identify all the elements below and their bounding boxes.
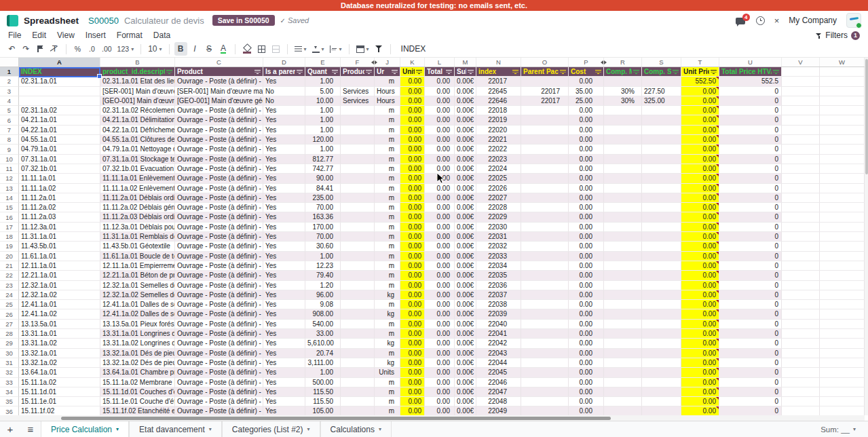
cell-M24[interactable]: 0.00€ (455, 290, 476, 300)
cell-V35[interactable] (782, 397, 820, 406)
cell-T11[interactable]: 0.00 (681, 164, 719, 174)
cell-P30[interactable]: 0.00 (569, 349, 604, 358)
cell-D6[interactable]: Yes (263, 115, 305, 125)
cell-C9[interactable]: Ouvrage - Poste (à définir) - fft (175, 145, 263, 154)
cell-B18[interactable]: 11.31.1a.01 Remblais de terres (100, 232, 175, 242)
cell-O3[interactable]: 22017 (521, 87, 569, 96)
cell-D13[interactable]: Yes (263, 184, 305, 193)
insert-table-button[interactable] (354, 42, 371, 56)
cell-B26[interactable]: 12.41.1a.02 Dalles de sol sur te (100, 309, 175, 319)
cell-T8[interactable]: 0.00 (681, 135, 719, 145)
cell-B13[interactable]: 11.11.1a.02 Enlèvement de tem (100, 184, 175, 193)
cell-D30[interactable]: Yes (263, 349, 305, 358)
cell-T35[interactable]: 0.00 (681, 397, 719, 406)
cell-content-composer[interactable]: INDEX (401, 44, 426, 54)
cell-V14[interactable] (782, 193, 820, 203)
cell-T25[interactable]: 0.00 (681, 300, 719, 309)
cell-B24[interactable]: 12.32.1a.02 Semelles de fondat (100, 290, 175, 300)
cell-N16[interactable]: 22029 (476, 212, 521, 222)
column-header-A[interactable]: A (19, 58, 100, 66)
column-header-J[interactable]: J (375, 58, 400, 66)
column-header-D[interactable]: D (263, 58, 305, 66)
bold-button[interactable]: B (174, 42, 187, 56)
cell-R22[interactable] (604, 271, 642, 280)
cell-E12[interactable]: 90.00 (305, 174, 341, 183)
cell-V4[interactable] (782, 96, 820, 106)
cell-J3[interactable]: Hours (375, 87, 400, 96)
cell-L19[interactable]: 0.00 (425, 242, 455, 251)
cell-V9[interactable] (782, 145, 820, 154)
cell-M36[interactable]: 0.00€ (455, 406, 476, 415)
cell-V2[interactable] (782, 77, 820, 86)
cell-D17[interactable]: Yes (263, 223, 305, 232)
cell-R16[interactable] (604, 212, 642, 222)
cell-W5[interactable] (820, 106, 865, 115)
cell-C12[interactable]: Ouvrage - Poste (à définir) - m (175, 174, 263, 183)
cell-K9[interactable]: 0.00 (400, 145, 425, 154)
cell-R20[interactable] (604, 252, 642, 261)
cell-U36[interactable]: 0 (719, 406, 782, 415)
cell-O4[interactable]: 22017 (521, 96, 569, 106)
cell-L3[interactable]: 0.00 (425, 87, 455, 96)
column-filter-icon[interactable] (773, 69, 779, 75)
cell-A34[interactable]: 15.11.1d.01 (19, 387, 100, 397)
cell-T23[interactable]: 0.00 (681, 281, 719, 290)
cell-W34[interactable] (820, 387, 865, 397)
cell-L24[interactable]: 0.00 (425, 290, 455, 300)
cell-E8[interactable]: 120.00 (305, 135, 341, 145)
cell-N20[interactable]: 22033 (476, 252, 521, 261)
cell-E11[interactable]: 742.77 (305, 164, 341, 174)
cell-R23[interactable] (604, 281, 642, 290)
cell-A9[interactable]: 04.79.1a.01 (19, 145, 100, 154)
cell-S23[interactable] (642, 281, 681, 290)
cell-V12[interactable] (782, 174, 820, 183)
cell-K7[interactable]: 0.00 (400, 126, 425, 135)
cell-F20[interactable] (341, 252, 375, 261)
cell-U21[interactable]: 0 (719, 261, 782, 271)
cell-B1[interactable]: product_id.description (100, 67, 175, 77)
cell-R29[interactable] (604, 339, 642, 348)
cell-A11[interactable]: 07.32.1b.01 (19, 164, 100, 174)
cell-E28[interactable]: 33.00 (305, 329, 341, 339)
text-wrapping-button[interactable] (328, 42, 344, 56)
cell-R24[interactable] (604, 290, 642, 300)
cell-E33[interactable]: 500.00 (305, 378, 341, 387)
aggregate-sum-selector[interactable]: Sum: __ ▾ (820, 425, 856, 434)
cell-M28[interactable]: 0.00€ (455, 329, 476, 339)
cell-W6[interactable] (820, 115, 865, 125)
cell-L12[interactable]: 0.00 (425, 174, 455, 183)
cell-W9[interactable] (820, 145, 865, 154)
cell-K13[interactable]: 0.00 (400, 184, 425, 193)
cell-A3[interactable] (19, 87, 100, 96)
cell-A23[interactable]: 12.32.1a.01 (19, 281, 100, 290)
row-header-30[interactable]: 30 (0, 349, 19, 358)
row-header-20[interactable]: 20 (0, 252, 19, 261)
cell-E25[interactable]: 9.08 (305, 300, 341, 309)
cell-T13[interactable]: 0.00 (681, 184, 719, 193)
cell-F27[interactable] (341, 320, 375, 329)
cell-A26[interactable]: 12.41.1a.02 (19, 309, 100, 319)
cell-E14[interactable]: 235.00 (305, 193, 341, 203)
cell-S24[interactable] (642, 290, 681, 300)
cell-V26[interactable] (782, 309, 820, 319)
cell-S21[interactable] (642, 261, 681, 271)
cell-E34[interactable]: 115.50 (305, 387, 341, 397)
cell-E26[interactable]: 908.00 (305, 309, 341, 319)
cell-B19[interactable]: 11.43.5b.01 Géotextile (100, 242, 175, 251)
cell-N10[interactable]: 22023 (476, 155, 521, 164)
cell-C4[interactable]: [GEO-001] Main d'œuvre géom (175, 96, 263, 106)
cell-P13[interactable]: 0.00 (569, 184, 604, 193)
column-header-V[interactable]: V (782, 58, 820, 66)
cell-W28[interactable] (820, 329, 865, 339)
cell-B14[interactable]: 11.11.2a.01 Déblais ordinaires ( (100, 193, 175, 203)
cell-T9[interactable]: 0.00 (681, 145, 719, 154)
cell-N14[interactable]: 22027 (476, 193, 521, 203)
cell-L2[interactable]: 0.00 (425, 77, 455, 86)
cell-L18[interactable]: 0.00 (425, 232, 455, 242)
cell-S20[interactable] (642, 252, 681, 261)
cell-W21[interactable] (820, 261, 865, 271)
cell-U26[interactable]: 0 (719, 309, 782, 319)
cell-P8[interactable]: 0.00 (569, 135, 604, 145)
cell-U5[interactable]: 0 (719, 106, 782, 115)
cell-D15[interactable]: Yes (263, 203, 305, 212)
